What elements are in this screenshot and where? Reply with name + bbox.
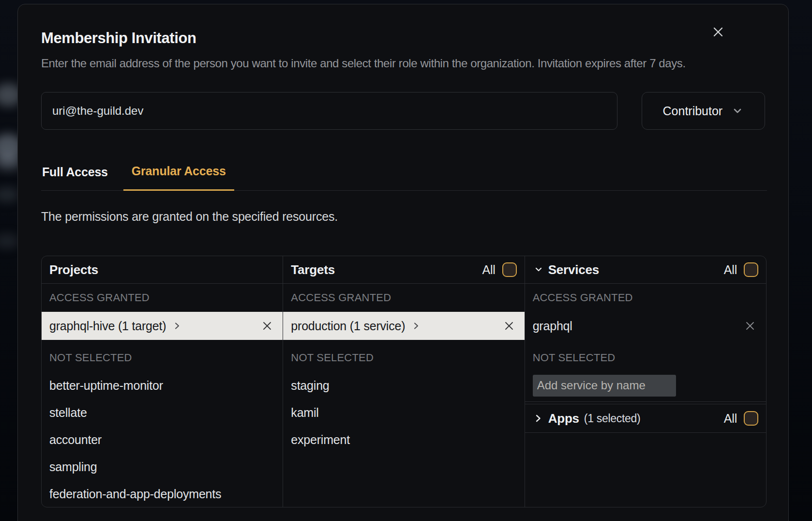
resource-selector-table: Projects ACCESS GRANTED graphql-hive (1 … bbox=[41, 256, 767, 507]
dialog-description: Enter the email address of the person yo… bbox=[41, 55, 773, 72]
projects-column: Projects ACCESS GRANTED graphql-hive (1 … bbox=[42, 256, 283, 507]
projects-option-list: better-uptime-monitorstellateaccountersa… bbox=[42, 372, 283, 507]
access-tabs: Full Access Granular Access bbox=[41, 164, 767, 191]
email-input[interactable] bbox=[41, 92, 617, 130]
select-all-services-checkbox[interactable] bbox=[744, 262, 758, 277]
add-service-input[interactable] bbox=[533, 375, 676, 397]
projects-title: Projects bbox=[49, 262, 98, 277]
tab-full-access[interactable]: Full Access bbox=[41, 165, 109, 190]
selected-service-label: graphql bbox=[533, 319, 572, 333]
apps-all-label: All bbox=[724, 412, 737, 426]
services-all-label: All bbox=[724, 263, 737, 277]
tab-granular-access[interactable]: Granular Access bbox=[123, 164, 234, 191]
apps-section-header[interactable]: Apps (1 selected) All bbox=[525, 404, 766, 433]
targets-title: Targets bbox=[291, 262, 335, 277]
targets-column-header: Targets All bbox=[283, 256, 524, 284]
select-all-targets-checkbox[interactable] bbox=[502, 262, 517, 277]
dialog-title: Membership Invitation bbox=[41, 4, 765, 48]
services-content-section: ACCESS GRANTED graphql NOT SELECTED bbox=[525, 284, 766, 402]
apps-title: Apps bbox=[548, 411, 579, 426]
selected-project-label: graphql-hive (1 target) bbox=[49, 319, 166, 333]
background-blur-artifact bbox=[0, 187, 19, 202]
project-option[interactable]: better-uptime-monitor bbox=[42, 372, 283, 399]
target-option[interactable]: experiment bbox=[283, 426, 524, 453]
project-option[interactable]: federation-and-app-deployments bbox=[42, 480, 283, 507]
chevron-right-icon bbox=[411, 321, 421, 331]
project-option[interactable]: stellate bbox=[42, 399, 283, 426]
projects-not-selected-label: NOT SELECTED bbox=[42, 340, 283, 372]
membership-invitation-dialog: Membership Invitation Enter the email ad… bbox=[17, 4, 789, 521]
close-icon bbox=[711, 25, 725, 39]
background-blur-artifact bbox=[0, 233, 19, 249]
targets-all-label: All bbox=[482, 263, 495, 277]
services-column-header: Services All bbox=[525, 256, 766, 284]
projects-access-granted-label: ACCESS GRANTED bbox=[42, 284, 283, 312]
services-collapse-toggle[interactable] bbox=[533, 264, 544, 276]
services-access-granted-label: ACCESS GRANTED bbox=[525, 284, 766, 312]
close-button[interactable] bbox=[710, 24, 726, 40]
targets-not-selected-label: NOT SELECTED bbox=[283, 340, 524, 372]
permissions-note: The permissions are granted on the speci… bbox=[41, 208, 765, 225]
select-all-apps-checkbox[interactable] bbox=[744, 411, 758, 426]
remove-icon bbox=[503, 320, 515, 332]
apps-selected-count: (1 selected) bbox=[584, 412, 641, 425]
chevron-right-icon bbox=[172, 321, 182, 331]
remove-icon bbox=[261, 320, 273, 332]
invite-form-row: Contributor bbox=[41, 92, 765, 130]
target-option[interactable]: kamil bbox=[283, 399, 524, 426]
project-option[interactable]: sampling bbox=[42, 453, 283, 480]
targets-access-granted-label: ACCESS GRANTED bbox=[283, 284, 524, 312]
selected-target-row[interactable]: production (1 service) bbox=[283, 312, 524, 340]
remove-icon bbox=[744, 320, 756, 332]
remove-service-button[interactable] bbox=[744, 320, 756, 332]
role-select[interactable]: Contributor bbox=[642, 92, 765, 130]
selected-project-row[interactable]: graphql-hive (1 target) bbox=[42, 312, 283, 340]
remove-project-button[interactable] bbox=[261, 320, 273, 332]
targets-column: Targets All ACCESS GRANTED production (1… bbox=[283, 256, 524, 507]
targets-option-list: stagingkamilexperiment bbox=[283, 372, 524, 453]
chevron-down-icon bbox=[731, 105, 744, 117]
chevron-down-icon bbox=[533, 264, 544, 276]
role-selected-value: Contributor bbox=[663, 104, 723, 118]
project-option[interactable]: accounter bbox=[42, 426, 283, 453]
services-not-selected-label: NOT SELECTED bbox=[525, 340, 766, 372]
services-column: Services All ACCESS GRANTED graphql bbox=[525, 256, 766, 507]
services-title: Services bbox=[548, 262, 599, 277]
selected-target-label: production (1 service) bbox=[291, 319, 405, 333]
remove-target-button[interactable] bbox=[503, 320, 515, 332]
target-option[interactable]: staging bbox=[283, 372, 524, 399]
chevron-right-icon bbox=[533, 413, 543, 424]
selected-service-row: graphql bbox=[525, 312, 766, 340]
projects-column-header: Projects bbox=[42, 256, 283, 284]
